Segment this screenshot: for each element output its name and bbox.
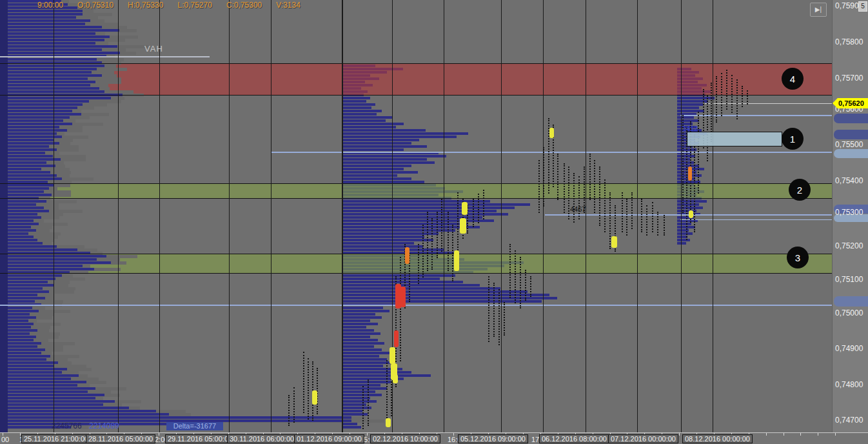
tick-trail xyxy=(422,225,424,278)
price-axis-label: 0,74900 xyxy=(835,344,863,353)
volume-profile-left-bar xyxy=(0,65,104,67)
volume-profile-mid-bar xyxy=(342,161,435,164)
volume-profile-mid-bar xyxy=(342,313,375,316)
volume-profile-left-bar xyxy=(0,97,111,99)
tick-trail xyxy=(483,190,484,219)
price-axis-label: 0,74800 xyxy=(835,380,863,389)
volume-profile-left-bar xyxy=(0,110,72,112)
volume-profile-left-bar xyxy=(0,165,55,167)
accumulation-box[interactable] xyxy=(687,132,782,146)
ohlc-info-bar: 9:00:00 O:0,75310 H:0,75330 L:0,75270 C:… xyxy=(37,1,301,10)
tick-trail xyxy=(646,205,647,236)
supply-zone-border-top xyxy=(0,63,832,64)
session-divider xyxy=(229,0,230,432)
volume-profile-left-bar xyxy=(0,278,55,280)
plot-area[interactable]: 9:00:00 O:0,75310 H:0,75330 L:0,75270 C:… xyxy=(0,0,832,432)
corner-badge[interactable]: 5 xyxy=(858,1,867,12)
volume-profile-mid-bar xyxy=(342,113,377,116)
tick-trail xyxy=(362,386,364,429)
volume-profile-left-bar xyxy=(0,387,95,390)
session-divider xyxy=(681,0,682,432)
tick-trail xyxy=(457,192,459,258)
price-axis-tag xyxy=(834,114,868,123)
volume-hotspot-red xyxy=(394,330,399,347)
tick-trail xyxy=(604,179,606,232)
volume-profile-right-bar xyxy=(677,116,694,119)
volume-profile-left-bar xyxy=(0,400,115,403)
price-level-line xyxy=(705,103,832,104)
volume-profile-left-bar xyxy=(0,378,71,380)
volume-profile-left-bar xyxy=(0,394,104,396)
volume-profile-mid-bar xyxy=(342,316,382,319)
volume-profile-mid-bar xyxy=(342,281,463,283)
volume-profile-mid-bar xyxy=(342,236,424,238)
volume-profile-left-bar xyxy=(0,184,54,187)
volume-profile-mid-bar xyxy=(342,97,370,99)
zone-marker-2[interactable]: 2 xyxy=(789,179,811,201)
session-label: 07.12.2016 00:00:00 xyxy=(608,434,678,443)
volume-profile-mid-bar xyxy=(342,352,390,354)
volume-profile-left-bar xyxy=(0,407,129,409)
volume-profile-mid-bar xyxy=(342,365,383,367)
volume-profile-mid-bar xyxy=(342,294,549,296)
volume-profile-mid-bar xyxy=(342,345,374,348)
volume-profile-mid-bar xyxy=(342,278,440,280)
zone-marker-4[interactable]: 4 xyxy=(782,68,804,90)
volume-profile-left-bar xyxy=(0,258,97,261)
volume-profile-mid-bar xyxy=(342,165,411,167)
volume-profile-mid-bar xyxy=(342,307,383,309)
volume-profile-mid-bar xyxy=(342,155,446,157)
tick-trail xyxy=(726,70,727,110)
volume-profile-mid-bar xyxy=(342,326,366,328)
volume-profile-mid-bar xyxy=(342,116,392,119)
volume-hotspot-yellow xyxy=(393,374,398,383)
volume-profile-left-bar xyxy=(0,58,97,61)
volume-profile-mid-bar xyxy=(342,100,366,103)
volume-profile-left-bar xyxy=(0,136,62,138)
time-axis[interactable]: 0012:002:003:0014:0015:0016:0017:000:00:… xyxy=(0,432,868,444)
skip-to-end-button[interactable]: ▶| xyxy=(810,3,827,17)
zone-marker-1[interactable]: 1 xyxy=(782,128,804,150)
zone-marker-3[interactable]: 3 xyxy=(787,247,809,268)
tick-trail xyxy=(631,192,633,229)
volume-profile-mid-bar xyxy=(342,177,411,180)
volume-profile-mid-bar xyxy=(342,394,382,396)
volume-profile-mid-bar xyxy=(342,207,515,209)
tick-trail xyxy=(509,244,511,298)
volume-profile-mid-bar xyxy=(342,200,490,203)
volume-profile-left-bar xyxy=(0,13,83,15)
volume-profile-mid-bar xyxy=(342,410,362,412)
volume-profile-left-bar xyxy=(0,90,104,93)
volume-profile-left-bar xyxy=(0,403,103,406)
volume-profile-left-bar xyxy=(0,16,76,19)
volume-profile-left-bar xyxy=(0,84,90,86)
volume-profile-left-bar xyxy=(0,19,90,22)
volume-profile-left-bar xyxy=(0,368,67,370)
time-tick xyxy=(818,433,818,436)
time-tick xyxy=(784,433,784,436)
volume-profile-mid-bar xyxy=(342,232,439,235)
volume-profile-left-bar xyxy=(0,410,156,412)
tick-trail xyxy=(441,199,442,252)
volume-profile-mid-bar xyxy=(342,332,380,335)
volume-profile-mid-bar xyxy=(342,336,370,338)
ohlc-volume: V:3134 xyxy=(276,1,301,10)
price-axis[interactable]: 0,75620 5 0,759000,758000,757000,756000,… xyxy=(832,0,868,432)
volume-profile-left-bar xyxy=(0,123,72,125)
volume-profile-mid-bar xyxy=(342,168,404,170)
volume-profile-left-bar xyxy=(0,23,85,25)
session-label: 25.11.2016 21:00:00 xyxy=(21,434,91,443)
tick-trail xyxy=(543,147,544,207)
volume-profile-left-bar xyxy=(0,245,57,248)
volume-profile-left-bar xyxy=(0,52,120,54)
cumulative-volume: 2245766 xyxy=(52,421,82,430)
tick-trail xyxy=(564,163,565,213)
session-label: 01.12.2016 09:00:00 xyxy=(294,434,364,443)
tick-trail xyxy=(515,250,516,303)
volume-profile-left-bar xyxy=(0,68,97,70)
volume-profile-left-bar xyxy=(0,142,59,145)
ohlc-close: C:0,75300 xyxy=(226,1,262,10)
volume-profile-mid-bar xyxy=(342,329,374,332)
ohlc-low: L:0,75270 xyxy=(177,1,212,10)
volume-profile-mid-bar xyxy=(342,287,500,290)
